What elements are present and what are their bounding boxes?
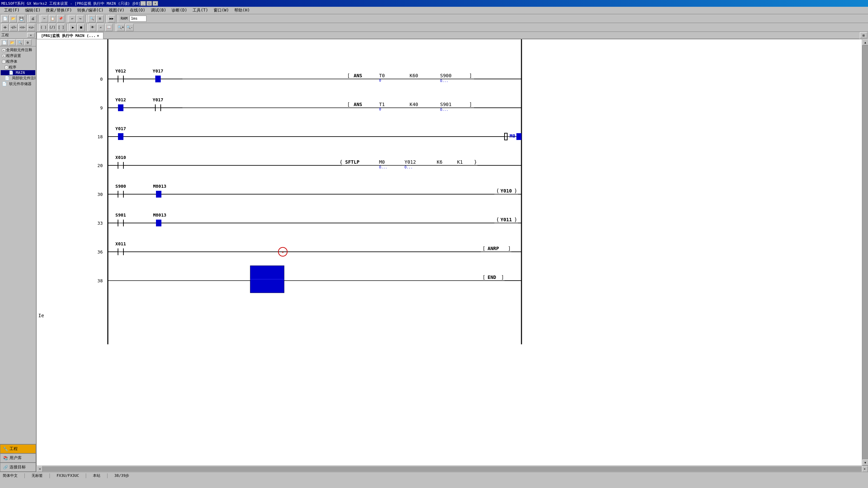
svg-text:Y012: Y012 xyxy=(115,68,126,74)
menu-project[interactable]: 工程(F) xyxy=(1,7,22,14)
sidebar-open-btn[interactable]: 📂 xyxy=(8,39,16,45)
sidebar-close-btn[interactable]: × xyxy=(27,33,35,38)
menu-window[interactable]: 窗口(W) xyxy=(211,7,232,14)
title-bar-buttons[interactable]: _ □ × xyxy=(140,1,158,6)
tb2-read[interactable]: 📖 xyxy=(105,24,113,31)
scroll-right-btn[interactable]: ► xyxy=(862,466,868,472)
scroll-left-btn[interactable]: ◄ xyxy=(37,466,43,472)
tb2-btn3[interactable]: ⊣↑⊢ xyxy=(18,24,26,31)
svg-text:M0: M0 xyxy=(510,133,515,139)
svg-text:20: 20 xyxy=(97,163,103,168)
convert-btn[interactable]: ▶▶ xyxy=(108,15,115,22)
minimize-button[interactable]: _ xyxy=(140,1,146,6)
paste-btn[interactable]: 📌 xyxy=(57,15,64,22)
h-scrollbar[interactable]: ◄ ► xyxy=(37,466,868,472)
svg-text:O...: O... xyxy=(440,108,448,111)
menu-view[interactable]: 视图(V) xyxy=(106,7,127,14)
svg-text:[: [ xyxy=(347,73,350,78)
tb2-zoom-out[interactable]: 🔍- xyxy=(125,24,134,31)
tree-item-program-settings[interactable]: + 程序设置 xyxy=(1,53,35,59)
expand-icon3[interactable]: - xyxy=(2,60,5,63)
sidebar-btn-project[interactable]: 🔧 工程 xyxy=(0,444,36,453)
svg-text:O...: O... xyxy=(379,165,387,169)
sidebar-btn-connection[interactable]: 🔗 连接目标 xyxy=(0,463,36,472)
tb2-coil2[interactable]: (/) xyxy=(48,24,56,31)
tab-close-btn[interactable]: × xyxy=(97,34,99,38)
open-btn[interactable]: 📂 xyxy=(9,15,17,22)
tb2-func[interactable]: [ ] xyxy=(57,24,65,31)
undo-btn[interactable]: ↩ xyxy=(68,15,76,22)
menu-help[interactable]: 帮助(H) xyxy=(232,7,253,14)
expand-icon4[interactable]: - xyxy=(5,66,8,69)
menu-search[interactable]: 搜索/替换(F) xyxy=(43,7,75,14)
sidebar-settings-btn[interactable]: ⚙ xyxy=(24,39,32,45)
step-text: 本站 xyxy=(93,473,100,478)
tb2-btn1[interactable]: ⊣⊢ xyxy=(1,24,9,31)
maximize-button[interactable]: □ xyxy=(146,1,152,6)
status-mode: 无标签 xyxy=(32,473,43,478)
tree-item-local-comment[interactable]: 📄 局部软元件注释 xyxy=(1,75,35,81)
sidebar-new-btn[interactable]: 📄 xyxy=(1,39,8,45)
right-panel-toggle[interactable]: ⊞ xyxy=(860,32,867,38)
scroll-down-btn[interactable]: ▼ xyxy=(862,460,868,466)
cut-btn[interactable]: ✂ xyxy=(41,15,48,22)
tab-main[interactable]: [PRG]监视 执行中 MAIN (... × xyxy=(37,32,103,39)
sep9 xyxy=(86,24,87,31)
sidebar-find-btn[interactable]: 🔍 xyxy=(16,39,24,45)
status-encoding: 简体中文 xyxy=(3,473,18,478)
menu-debug[interactable]: 调试(B) xyxy=(148,7,169,14)
close-button[interactable]: × xyxy=(153,1,158,6)
svg-text:Y017: Y017 xyxy=(153,68,163,74)
tree-item-global-comment[interactable]: + 全局软元件注释 xyxy=(1,47,35,53)
menu-diagnose[interactable]: 诊断(D) xyxy=(169,7,190,14)
tree-item-device-memory[interactable]: 📄 软元件存储器 xyxy=(1,81,35,87)
position-text: 38/39步 xyxy=(114,473,129,478)
ladder-btn[interactable]: ⊞ xyxy=(96,15,104,22)
svg-text:T1: T1 xyxy=(379,102,385,107)
tb2-monitor[interactable]: 👁 xyxy=(89,24,96,31)
svg-text:S901: S901 xyxy=(440,102,452,107)
ram-label: RAM xyxy=(119,16,129,21)
copy-btn[interactable]: 📋 xyxy=(49,15,56,22)
tb2-btn2[interactable]: ⊣/⊢ xyxy=(9,24,18,31)
svg-text:ANS: ANS xyxy=(354,102,362,107)
status-step: 本站 xyxy=(93,473,100,478)
tree-item-program[interactable]: - 程序 xyxy=(1,64,35,70)
plc-type-text: FX3U/FX3UC xyxy=(57,473,79,478)
tb2-btn4[interactable]: ⊣↓⊢ xyxy=(27,24,35,31)
menu-convert[interactable]: 转换/编译(C) xyxy=(75,7,106,14)
tree-item-main[interactable]: 📄 MAIN xyxy=(1,70,35,75)
scroll-up-btn[interactable]: ▲ xyxy=(862,39,868,45)
scroll-right[interactable]: ▲ ▼ xyxy=(862,39,868,466)
tb2-zoom-in[interactable]: 🔍+ xyxy=(117,24,125,31)
svg-text:Y010: Y010 xyxy=(500,188,512,194)
svg-text:X011: X011 xyxy=(115,241,126,246)
ladder-area[interactable]: 0 Y012 Y017 [ ANS T0 0 xyxy=(37,39,862,466)
svg-text:{: { xyxy=(340,159,342,165)
menu-online[interactable]: 在线(O) xyxy=(127,7,148,14)
expand-icon[interactable]: + xyxy=(2,48,5,52)
menu-edit[interactable]: 编辑(E) xyxy=(22,7,43,14)
tb2-write[interactable]: ✍ xyxy=(97,24,104,31)
new-btn[interactable]: 📄 xyxy=(1,15,9,22)
menu-tools[interactable]: 工具(T) xyxy=(190,7,211,14)
tree-item-program-body[interactable]: - 程序体 xyxy=(1,59,35,64)
tb2-run[interactable]: ▶ xyxy=(69,24,77,31)
scan-input[interactable] xyxy=(130,16,146,22)
svg-rect-50 xyxy=(516,133,521,140)
svg-text:[: [ xyxy=(347,102,350,107)
find-btn[interactable]: 🔍 xyxy=(88,15,96,22)
svg-text:Y012: Y012 xyxy=(405,159,416,165)
svg-text:Y011: Y011 xyxy=(500,217,512,222)
redo-btn[interactable]: ↪ xyxy=(77,15,84,22)
svg-text:O...: O... xyxy=(440,79,448,83)
tb2-stop[interactable]: ■ xyxy=(77,24,85,31)
scroll-track[interactable] xyxy=(862,45,868,460)
expand-icon2[interactable]: + xyxy=(2,54,5,58)
save-btn[interactable]: 💾 xyxy=(18,15,25,22)
svg-text:]: ] xyxy=(469,73,472,78)
tb2-coil[interactable]: ( ) xyxy=(39,24,47,31)
sidebar-btn-userlib[interactable]: 📚 用户库 xyxy=(0,453,36,463)
print-btn[interactable]: 🖨 xyxy=(29,15,37,22)
h-scroll-track[interactable] xyxy=(43,467,862,471)
